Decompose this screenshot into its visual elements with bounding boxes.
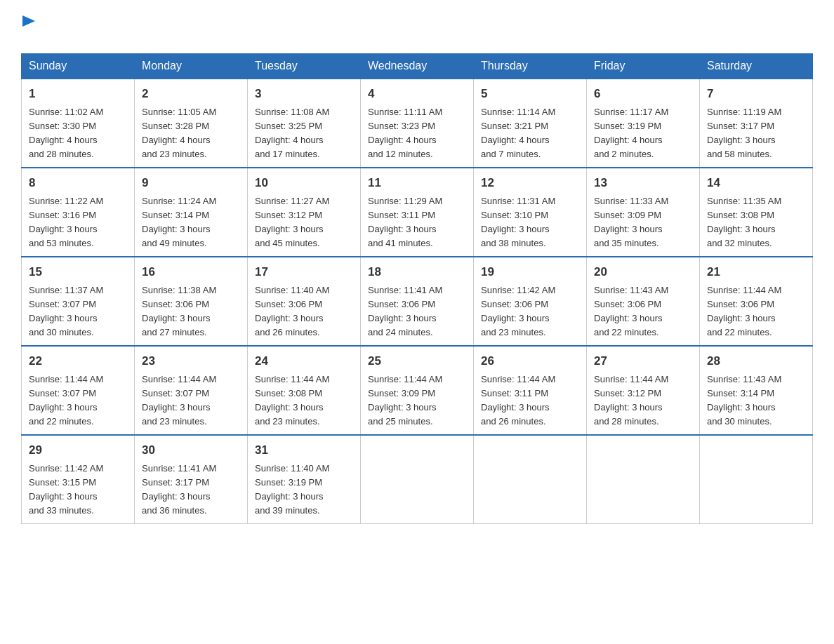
day-info: Sunrise: 11:08 AMSunset: 3:25 PMDaylight…	[255, 105, 353, 162]
column-header-sunday: Sunday	[22, 54, 135, 79]
calendar-cell: 23Sunrise: 11:44 AMSunset: 3:07 PMDaylig…	[135, 346, 248, 435]
calendar-cell: 27Sunrise: 11:44 AMSunset: 3:12 PMDaylig…	[587, 346, 700, 435]
day-info: Sunrise: 11:38 AMSunset: 3:06 PMDaylight…	[142, 283, 240, 340]
day-info: Sunrise: 11:44 AMSunset: 3:08 PMDaylight…	[255, 373, 353, 429]
day-number: 9	[142, 174, 240, 192]
logo[interactable]	[21, 14, 35, 46]
day-number: 17	[255, 263, 353, 281]
svg-marker-0	[22, 15, 35, 27]
day-info: Sunrise: 11:35 AMSunset: 3:08 PMDaylight…	[707, 194, 805, 251]
calendar-cell: 26Sunrise: 11:44 AMSunset: 3:11 PMDaylig…	[474, 346, 587, 435]
calendar-cell: 20Sunrise: 11:43 AMSunset: 3:06 PMDaylig…	[587, 257, 700, 346]
day-number: 28	[707, 352, 805, 370]
day-info: Sunrise: 11:42 AMSunset: 3:06 PMDaylight…	[481, 283, 579, 340]
calendar-cell	[361, 435, 474, 524]
day-number: 31	[255, 441, 353, 459]
calendar-cell: 28Sunrise: 11:43 AMSunset: 3:14 PMDaylig…	[700, 346, 813, 435]
day-info: Sunrise: 11:44 AMSunset: 3:11 PMDaylight…	[481, 373, 579, 429]
day-info: Sunrise: 11:44 AMSunset: 3:07 PMDaylight…	[142, 373, 240, 429]
day-info: Sunrise: 11:05 AMSunset: 3:28 PMDaylight…	[142, 105, 240, 162]
column-header-wednesday: Wednesday	[361, 54, 474, 79]
calendar-cell: 5Sunrise: 11:14 AMSunset: 3:21 PMDayligh…	[474, 79, 587, 168]
day-number: 13	[594, 174, 692, 192]
calendar-cell: 6Sunrise: 11:17 AMSunset: 3:19 PMDayligh…	[587, 79, 700, 168]
day-number: 20	[594, 263, 692, 281]
column-header-tuesday: Tuesday	[248, 54, 361, 79]
calendar-cell: 4Sunrise: 11:11 AMSunset: 3:23 PMDayligh…	[361, 79, 474, 168]
day-number: 27	[594, 352, 692, 370]
day-number: 30	[142, 441, 240, 459]
day-info: Sunrise: 11:14 AMSunset: 3:21 PMDaylight…	[481, 105, 579, 162]
day-number: 19	[481, 263, 579, 281]
day-info: Sunrise: 11:42 AMSunset: 3:15 PMDaylight…	[29, 462, 127, 518]
day-number: 12	[481, 174, 579, 192]
day-info: Sunrise: 11:44 AMSunset: 3:06 PMDaylight…	[707, 283, 805, 340]
calendar-cell: 11Sunrise: 11:29 AMSunset: 3:11 PMDaylig…	[361, 168, 474, 257]
day-number: 2	[142, 85, 240, 103]
calendar-cell	[700, 435, 813, 524]
day-info: Sunrise: 11:44 AMSunset: 3:09 PMDaylight…	[368, 373, 466, 429]
day-number: 22	[29, 352, 127, 370]
day-info: Sunrise: 11:43 AMSunset: 3:06 PMDaylight…	[594, 283, 692, 340]
day-info: Sunrise: 11:40 AMSunset: 3:19 PMDaylight…	[255, 462, 353, 518]
calendar-cell: 17Sunrise: 11:40 AMSunset: 3:06 PMDaylig…	[248, 257, 361, 346]
calendar-header-row: SundayMondayTuesdayWednesdayThursdayFrid…	[22, 54, 813, 79]
day-number: 3	[255, 85, 353, 103]
day-number: 1	[29, 85, 127, 103]
day-number: 10	[255, 174, 353, 192]
calendar-cell: 3Sunrise: 11:08 AMSunset: 3:25 PMDayligh…	[248, 79, 361, 168]
calendar-cell: 19Sunrise: 11:42 AMSunset: 3:06 PMDaylig…	[474, 257, 587, 346]
day-number: 15	[29, 263, 127, 281]
day-info: Sunrise: 11:11 AMSunset: 3:23 PMDaylight…	[368, 105, 466, 162]
day-info: Sunrise: 11:02 AMSunset: 3:30 PMDaylight…	[29, 105, 127, 162]
column-header-thursday: Thursday	[474, 54, 587, 79]
day-info: Sunrise: 11:41 AMSunset: 3:06 PMDaylight…	[368, 283, 466, 340]
logo-arrow-icon	[22, 14, 35, 28]
column-header-saturday: Saturday	[700, 54, 813, 79]
day-info: Sunrise: 11:31 AMSunset: 3:10 PMDaylight…	[481, 194, 579, 251]
day-number: 14	[707, 174, 805, 192]
column-header-friday: Friday	[587, 54, 700, 79]
calendar-cell: 2Sunrise: 11:05 AMSunset: 3:28 PMDayligh…	[135, 79, 248, 168]
day-number: 7	[707, 85, 805, 103]
calendar-cell	[474, 435, 587, 524]
day-number: 11	[368, 174, 466, 192]
calendar-cell: 1Sunrise: 11:02 AMSunset: 3:30 PMDayligh…	[22, 79, 135, 168]
day-number: 6	[594, 85, 692, 103]
day-info: Sunrise: 11:41 AMSunset: 3:17 PMDaylight…	[142, 462, 240, 518]
calendar-cell: 24Sunrise: 11:44 AMSunset: 3:08 PMDaylig…	[248, 346, 361, 435]
calendar-cell: 12Sunrise: 11:31 AMSunset: 3:10 PMDaylig…	[474, 168, 587, 257]
calendar-table: SundayMondayTuesdayWednesdayThursdayFrid…	[21, 53, 813, 524]
calendar-cell: 31Sunrise: 11:40 AMSunset: 3:19 PMDaylig…	[248, 435, 361, 524]
day-number: 18	[368, 263, 466, 281]
day-info: Sunrise: 11:44 AMSunset: 3:12 PMDaylight…	[594, 373, 692, 429]
column-header-monday: Monday	[135, 54, 248, 79]
day-number: 23	[142, 352, 240, 370]
day-info: Sunrise: 11:33 AMSunset: 3:09 PMDaylight…	[594, 194, 692, 251]
calendar-cell: 21Sunrise: 11:44 AMSunset: 3:06 PMDaylig…	[700, 257, 813, 346]
day-info: Sunrise: 11:22 AMSunset: 3:16 PMDaylight…	[29, 194, 127, 251]
day-number: 29	[29, 441, 127, 459]
day-number: 8	[29, 174, 127, 192]
calendar-cell: 18Sunrise: 11:41 AMSunset: 3:06 PMDaylig…	[361, 257, 474, 346]
day-info: Sunrise: 11:29 AMSunset: 3:11 PMDaylight…	[368, 194, 466, 251]
calendar-cell: 8Sunrise: 11:22 AMSunset: 3:16 PMDayligh…	[22, 168, 135, 257]
day-number: 5	[481, 85, 579, 103]
day-info: Sunrise: 11:17 AMSunset: 3:19 PMDaylight…	[594, 105, 692, 162]
day-info: Sunrise: 11:37 AMSunset: 3:07 PMDaylight…	[29, 283, 127, 340]
calendar-cell	[587, 435, 700, 524]
calendar-cell: 16Sunrise: 11:38 AMSunset: 3:06 PMDaylig…	[135, 257, 248, 346]
day-number: 4	[368, 85, 466, 103]
calendar-cell: 13Sunrise: 11:33 AMSunset: 3:09 PMDaylig…	[587, 168, 700, 257]
calendar-cell: 10Sunrise: 11:27 AMSunset: 3:12 PMDaylig…	[248, 168, 361, 257]
day-number: 24	[255, 352, 353, 370]
day-number: 25	[368, 352, 466, 370]
day-info: Sunrise: 11:24 AMSunset: 3:14 PMDaylight…	[142, 194, 240, 251]
day-info: Sunrise: 11:43 AMSunset: 3:14 PMDaylight…	[707, 373, 805, 429]
calendar-week-5: 29Sunrise: 11:42 AMSunset: 3:15 PMDaylig…	[22, 435, 813, 524]
calendar-cell: 15Sunrise: 11:37 AMSunset: 3:07 PMDaylig…	[22, 257, 135, 346]
day-info: Sunrise: 11:44 AMSunset: 3:07 PMDaylight…	[29, 373, 127, 429]
calendar-cell: 29Sunrise: 11:42 AMSunset: 3:15 PMDaylig…	[22, 435, 135, 524]
day-number: 21	[707, 263, 805, 281]
calendar-cell: 25Sunrise: 11:44 AMSunset: 3:09 PMDaylig…	[361, 346, 474, 435]
